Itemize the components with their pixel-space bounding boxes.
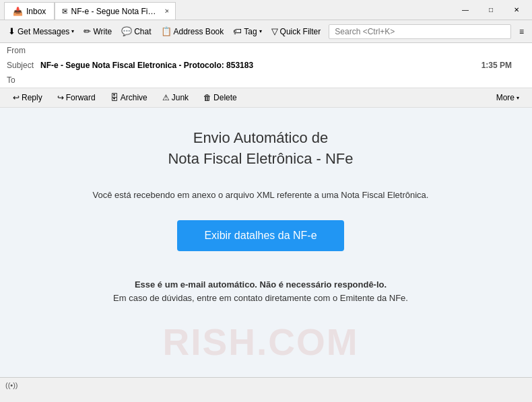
maximize-button[interactable]: □ xyxy=(479,3,502,17)
delete-button[interactable]: 🗑 Delete xyxy=(197,90,243,105)
email-header: From Subject NF-e - Segue Nota Fiscal El… xyxy=(0,43,532,88)
archive-button[interactable]: 🗄 Archive xyxy=(104,90,154,105)
status-icon: ((•)) xyxy=(5,381,18,389)
quick-filter-icon: ▽ xyxy=(271,26,278,36)
email-title-line1: Envio Automático de xyxy=(193,129,329,146)
email-tab-icon: ✉ xyxy=(62,7,67,16)
more-arrow: ▾ xyxy=(517,95,519,101)
more-button[interactable]: More ▾ xyxy=(490,90,525,105)
tab-close-button[interactable]: ✕ xyxy=(164,7,169,15)
get-messages-icon: ⬇ xyxy=(8,26,15,36)
email-tab-label: NF-e - Segue Nota Fiscal El... xyxy=(71,7,158,16)
chat-button[interactable]: 💬 Chat xyxy=(117,24,155,38)
to-row: To xyxy=(0,73,532,88)
junk-label: Junk xyxy=(172,93,189,102)
subject-row: Subject NF-e - Segue Nota Fiscal Eletron… xyxy=(0,58,532,73)
tab-email[interactable]: ✉ NF-e - Segue Nota Fiscal El... ✕ xyxy=(55,2,176,20)
quick-filter-button[interactable]: ▽ Quick Filter xyxy=(267,24,325,38)
tabs-container: 📥 Inbox ✉ NF-e - Segue Nota Fiscal El...… xyxy=(4,0,454,20)
forward-icon: ↪ xyxy=(57,93,64,102)
action-bar: ↩ Reply ↪ Forward 🗄 Archive ⚠ Junk 🗑 Del… xyxy=(0,88,532,108)
forward-label: Forward xyxy=(66,93,96,102)
email-inner: Envio Automático de Nota Fiscal Eletrôni… xyxy=(0,108,521,326)
chat-label: Chat xyxy=(134,27,151,36)
inbox-tab-label: Inbox xyxy=(26,7,46,16)
tag-label: Tag xyxy=(244,27,257,36)
from-label: From xyxy=(7,46,40,55)
window-controls: — □ ✕ xyxy=(454,3,528,17)
email-description: Você está recebendo em anexo o arquivo X… xyxy=(40,190,481,200)
email-time: 1:35 PM xyxy=(481,61,525,70)
tag-button[interactable]: 🏷 Tag ▾ xyxy=(229,24,265,38)
toolbar: ⬇ Get Messages ▾ ✏ Write 💬 Chat 📋 Addres… xyxy=(0,20,532,43)
from-row: From xyxy=(0,43,532,58)
menu-button[interactable]: ≡ xyxy=(515,25,528,38)
title-bar: 📥 Inbox ✉ NF-e - Segue Nota Fiscal El...… xyxy=(0,0,532,20)
address-book-button[interactable]: 📋 Address Book xyxy=(157,24,228,38)
inbox-icon: 📥 xyxy=(13,7,23,16)
tab-inbox[interactable]: 📥 Inbox xyxy=(4,2,55,20)
watermark-bottom: RISH.COM xyxy=(0,321,521,364)
archive-label: Archive xyxy=(121,93,147,102)
reply-button[interactable]: ↩ Reply xyxy=(7,90,48,105)
delete-label: Delete xyxy=(213,93,237,102)
write-label: Write xyxy=(93,27,112,36)
get-messages-arrow: ▾ xyxy=(71,28,74,34)
reply-label: Reply xyxy=(22,93,42,102)
search-input[interactable] xyxy=(329,24,511,39)
address-book-label: Address Book xyxy=(174,27,224,36)
tag-icon: 🏷 xyxy=(233,26,242,36)
menu-icon: ≡ xyxy=(519,27,524,36)
more-label: More xyxy=(496,93,514,102)
email-footer: Esse é um e-mail automático. Não é neces… xyxy=(40,278,481,306)
forward-button[interactable]: ↪ Forward xyxy=(51,90,102,105)
get-messages-button[interactable]: ⬇ Get Messages ▾ xyxy=(4,24,78,38)
quick-filter-label: Quick Filter xyxy=(280,27,321,36)
write-icon: ✏ xyxy=(84,26,91,36)
email-title: Envio Automático de Nota Fiscal Eletrôni… xyxy=(40,128,481,170)
get-messages-label: Get Messages xyxy=(18,27,69,36)
email-title-line2: Nota Fiscal Eletrônica - NFe xyxy=(168,150,353,167)
chat-icon: 💬 xyxy=(121,26,132,36)
footer-line2: Em caso de dúvidas, entre em contato dir… xyxy=(40,292,481,306)
delete-icon: 🗑 xyxy=(203,93,211,102)
subject-value: NF-e - Segue Nota Fiscal Eletronica - Pr… xyxy=(40,61,481,70)
to-label: To xyxy=(7,75,40,85)
status-bar: ((•)) xyxy=(0,377,532,392)
address-book-icon: 📋 xyxy=(161,26,172,36)
reply-icon: ↩ xyxy=(13,93,20,102)
email-body: PTC RISH.COM Envio Automático de Nota Fi… xyxy=(0,108,532,377)
subject-label: Subject xyxy=(7,61,40,70)
junk-button[interactable]: ⚠ Junk xyxy=(156,90,195,105)
cta-button[interactable]: Exibir datalhes da NF-e xyxy=(177,220,343,251)
tag-arrow: ▾ xyxy=(259,28,262,34)
minimize-button[interactable]: — xyxy=(454,3,477,17)
write-button[interactable]: ✏ Write xyxy=(79,24,116,38)
junk-icon: ⚠ xyxy=(162,93,170,102)
footer-line1: Esse é um e-mail automático. Não é neces… xyxy=(40,278,481,292)
close-button[interactable]: ✕ xyxy=(505,3,528,17)
search-container xyxy=(329,24,511,39)
archive-icon: 🗄 xyxy=(110,93,119,102)
